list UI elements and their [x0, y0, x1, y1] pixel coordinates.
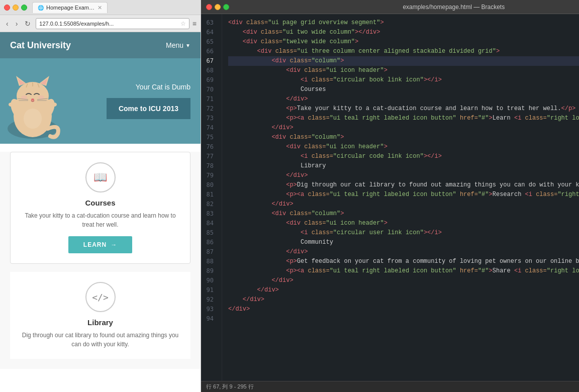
code-line: </div> — [228, 295, 579, 305]
menu-label: Menu — [166, 41, 183, 49]
svg-point-25 — [24, 109, 42, 129]
code-line: <div class="twelve wide column"> — [228, 37, 579, 47]
library-card: </> Library Dig through our cat library … — [10, 272, 190, 359]
line-number: 93 — [201, 305, 217, 314]
code-line: <p><a class="ui teal right labeled icon … — [228, 190, 579, 200]
line-number: 80 — [201, 180, 217, 190]
code-line: <p>Dig through our cat library to found … — [228, 180, 579, 190]
browser-menu-icon[interactable]: ≡ — [192, 20, 197, 28]
bookmark-icon[interactable]: ☆ — [180, 20, 186, 27]
cards-section: 📖 Courses Take your kitty to a cat-ducat… — [0, 152, 201, 369]
code-line: Courses — [228, 85, 579, 94]
code-content[interactable]: <div class="ui page grid overview segmen… — [222, 14, 579, 381]
maximize-button[interactable] — [21, 5, 27, 11]
line-number: 73 — [201, 114, 217, 123]
line-number: 91 — [201, 285, 217, 295]
code-line: </div> — [228, 285, 579, 295]
editor-minimize-button[interactable] — [215, 4, 221, 10]
courses-card: 📖 Courses Take your kitty to a cat-ducat… — [10, 152, 190, 264]
line-number: 90 — [201, 276, 217, 285]
editor-statusbar: 行 67, 列 9 - 295 行 INS 道客 道客巴巴博客 — [201, 381, 579, 392]
site-menu[interactable]: Menu ▼ — [166, 41, 190, 49]
learn-arrow-icon: → — [111, 241, 117, 248]
library-icon: </> — [92, 292, 109, 303]
code-line: <div class="column"> — [228, 133, 579, 142]
close-button[interactable] — [4, 5, 10, 11]
line-number: 72 — [201, 104, 217, 114]
code-line: </div> — [228, 276, 579, 285]
code-line: <p><a class="ui teal right labeled icon … — [228, 114, 579, 123]
minimize-button[interactable] — [13, 5, 19, 11]
code-line: </div> — [228, 94, 579, 104]
svg-point-21 — [14, 100, 19, 104]
line-number: 86 — [201, 238, 217, 247]
back-button[interactable]: ‹ — [4, 19, 11, 29]
code-line: <i class="circular book link icon"></i> — [228, 75, 579, 85]
line-number: 69 — [201, 75, 217, 85]
line-number: 63 — [201, 18, 217, 28]
code-line: </div> — [228, 171, 579, 180]
library-text: Dig through our cat library to found out… — [20, 331, 180, 349]
code-line: Library — [228, 161, 579, 171]
forward-button[interactable]: › — [14, 19, 20, 29]
code-line: <p>Take your kitty to a cat-ducation cou… — [228, 104, 579, 114]
traffic-lights — [4, 5, 27, 11]
address-bar[interactable]: 127.0.0.1:55085/examples/h... ☆ — [36, 18, 189, 29]
library-icon-circle: </> — [85, 282, 116, 312]
code-line: Community — [228, 238, 579, 247]
code-line: </div> — [228, 200, 579, 209]
code-line: <div class="ui icon header"> — [228, 66, 579, 75]
courses-icon-circle: 📖 — [85, 162, 116, 192]
line-number: 89 — [201, 266, 217, 276]
line-number: 92 — [201, 295, 217, 305]
editor-close-button[interactable] — [206, 4, 212, 10]
line-number: 68 — [201, 66, 217, 75]
browser-nav: ‹ › ↻ 127.0.0.1:55085/examples/h... ☆ ≡ — [0, 15, 201, 32]
library-title: Library — [20, 318, 180, 327]
code-line: </div> — [228, 305, 579, 314]
line-number: 81 — [201, 190, 217, 200]
line-number: 82 — [201, 200, 217, 209]
line-number: 83 — [201, 209, 217, 219]
browser-tab[interactable]: 🌐 Homepage Example · Sem... ✕ — [32, 2, 108, 13]
code-line: <div class="ui icon header"> — [228, 142, 579, 152]
line-numbers: 6364656667686970717273747576777879808182… — [201, 14, 222, 381]
courses-icon: 📖 — [93, 171, 107, 184]
code-line — [228, 314, 579, 324]
svg-point-12 — [31, 99, 34, 101]
status-line-col: 行 67, 列 9 - 295 行 — [206, 383, 254, 390]
code-editor[interactable]: 6364656667686970717273747576777879808182… — [201, 14, 579, 381]
courses-learn-button[interactable]: LEARN → — [68, 236, 132, 253]
code-line: <p><a class="ui teal right labeled icon … — [228, 266, 579, 276]
code-line: <i class="circular user link icon"></i> — [228, 228, 579, 238]
menu-chevron-icon: ▼ — [185, 43, 190, 48]
code-line: </div> — [228, 123, 579, 133]
line-number: 87 — [201, 247, 217, 257]
code-line: </div> — [228, 247, 579, 257]
site-nav: Cat University Menu ▼ — [0, 32, 201, 58]
line-number: 74 — [201, 123, 217, 133]
tab-label: Homepage Example · Sem... — [46, 5, 95, 11]
code-line: <div class="ui icon header"> — [228, 219, 579, 228]
code-line: <div class="ui two wide column"></div> — [228, 28, 579, 37]
line-number: 85 — [201, 228, 217, 238]
tab-close-icon[interactable]: ✕ — [98, 5, 102, 11]
refresh-button[interactable]: ↻ — [23, 19, 33, 29]
site-logo: Cat University — [10, 40, 71, 51]
learn-label: LEARN — [83, 241, 107, 248]
editor-maximize-button[interactable] — [223, 4, 229, 10]
line-number: 75 — [201, 133, 217, 142]
line-number: 94 — [201, 314, 217, 324]
courses-title: Courses — [21, 199, 180, 207]
browser-window: 🌐 Homepage Example · Sem... ✕ ‹ › ↻ 127.… — [0, 0, 201, 392]
code-line: <div class="ui three column center align… — [228, 47, 579, 56]
cat-image — [0, 58, 65, 144]
line-number: 67 — [201, 56, 217, 66]
hero-cta-button[interactable]: Come to ICU 2013 — [107, 98, 190, 119]
line-number: 84 — [201, 219, 217, 228]
courses-text: Take your kitty to a cat-ducation course… — [21, 211, 180, 229]
line-number: 64 — [201, 28, 217, 37]
hero-title: Your Cat is Dumb — [65, 83, 190, 91]
hero-section: Your Cat is Dumb Come to ICU 2013 — [0, 58, 201, 144]
editor-window: examples/homepage.html — Brackets ⤢ 6364… — [201, 0, 579, 392]
